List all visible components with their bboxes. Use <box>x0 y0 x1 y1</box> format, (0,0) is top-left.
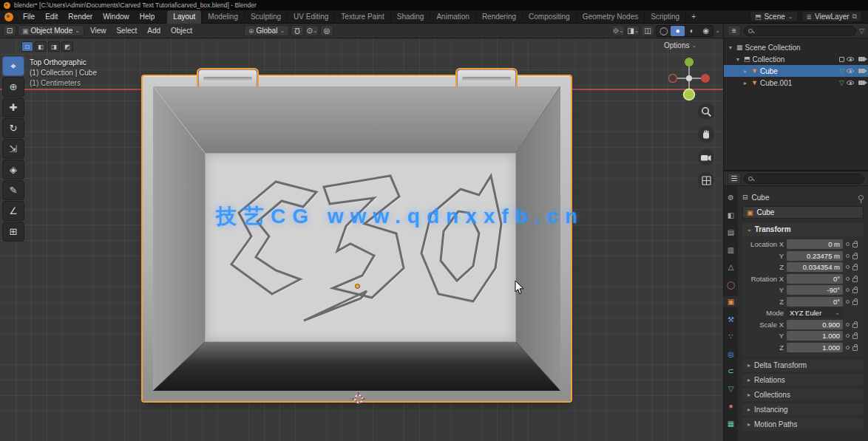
menu-edit[interactable]: Edit <box>40 11 63 22</box>
select-intersect-icon[interactable]: ◩ <box>61 41 73 52</box>
lock-icon[interactable] <box>852 324 858 328</box>
disable-in-renders-icon[interactable] <box>858 57 865 61</box>
tab-tool[interactable]: ⚙ <box>725 192 738 203</box>
pan-hand-icon[interactable] <box>698 126 714 143</box>
tab-physics[interactable]: ◎ <box>725 349 738 360</box>
blender-app-menu-icon[interactable] <box>4 13 13 21</box>
options-dropdown[interactable]: Options ⌄ <box>664 41 696 49</box>
lock-icon[interactable] <box>852 301 858 305</box>
transform-tool[interactable]: ◈ <box>2 160 24 180</box>
rotation-z-input[interactable]: 0° <box>787 297 843 307</box>
animate-dot-icon[interactable] <box>846 323 850 327</box>
proportional-editing-toggle[interactable]: ◎ <box>320 25 333 36</box>
hide-in-viewport-icon[interactable] <box>847 81 854 85</box>
rotation-mode-dropdown[interactable]: XYZ Euler ⌄ <box>787 308 843 318</box>
annotate-tool[interactable]: ✎ <box>2 180 24 200</box>
exclude-checkbox[interactable] <box>839 57 844 62</box>
animate-dot-icon[interactable] <box>846 288 850 292</box>
rotate-tool[interactable]: ↻ <box>2 118 24 138</box>
tab-scripting[interactable]: Scripting <box>645 10 686 24</box>
section-instancing[interactable]: ▸ Instancing <box>742 403 864 416</box>
disable-in-renders-icon[interactable] <box>858 81 865 85</box>
tab-animation[interactable]: Animation <box>430 10 475 24</box>
grid-toggle-icon[interactable] <box>698 172 714 188</box>
solid-shading-button[interactable]: ● <box>671 26 685 36</box>
tab-material[interactable]: ● <box>725 400 738 411</box>
section-relations[interactable]: ▸ Relations <box>742 374 864 386</box>
tab-modeling[interactable]: Modeling <box>202 10 245 24</box>
tab-render[interactable]: ◧ <box>725 210 738 221</box>
filter-icon[interactable]: ▽ <box>859 27 864 35</box>
hide-in-viewport-icon[interactable] <box>847 57 854 61</box>
section-collections[interactable]: ▸ Collections <box>742 389 864 401</box>
tab-sculpting[interactable]: Sculpting <box>245 10 288 24</box>
outliner-editor-type-button[interactable]: ≡ <box>728 25 741 36</box>
tab-scene[interactable]: △ <box>725 261 738 273</box>
transform-panel-header[interactable]: ⌄ Transform <box>742 223 864 236</box>
menu-window[interactable]: Window <box>98 11 135 22</box>
location-y-input[interactable]: 0.23475 m <box>787 251 843 261</box>
tab-rendering[interactable]: Rendering <box>476 10 523 24</box>
outliner-row-collection[interactable]: ▾ ⬒ Collection <box>724 53 868 65</box>
lock-icon[interactable] <box>852 289 858 293</box>
tab-view-layer[interactable]: ▥ <box>725 245 738 256</box>
animate-dot-icon[interactable] <box>846 300 850 304</box>
animate-dot-icon[interactable] <box>846 334 850 338</box>
location-z-input[interactable]: 0.034354 m <box>787 262 843 272</box>
tab-output[interactable]: ▤ <box>725 227 738 238</box>
lock-icon[interactable] <box>852 335 858 339</box>
tab-constraints[interactable]: ⊂ <box>725 366 738 377</box>
navigation-gizmo[interactable] <box>665 55 713 102</box>
tab-geometry-nodes[interactable]: Geometry Nodes <box>577 10 645 24</box>
section-motion-paths[interactable]: ▸ Motion Paths <box>742 418 864 431</box>
lock-icon[interactable] <box>852 346 858 351</box>
expand-arrow-icon[interactable]: ▾ <box>734 56 742 63</box>
carved-box-object[interactable] <box>143 76 571 401</box>
select-new-icon[interactable]: □ <box>21 41 33 52</box>
rotation-y-input[interactable]: -90° <box>787 285 843 295</box>
mode-dropdown[interactable]: ▣ Object Mode ⌄ <box>18 25 84 36</box>
lock-icon[interactable] <box>852 243 858 247</box>
measure-tool[interactable]: ∠ <box>2 201 24 221</box>
snap-magnet-toggle[interactable]: Ω <box>291 25 304 36</box>
tab-uv-editing[interactable]: UV Editing <box>288 10 335 24</box>
object-name-field[interactable]: ▣ Cube <box>742 206 864 219</box>
transform-orientation-dropdown[interactable]: ⊕ Global ⌄ <box>244 25 289 36</box>
animate-dot-icon[interactable] <box>846 277 850 281</box>
move-tool[interactable]: ✚ <box>2 98 24 117</box>
lock-icon[interactable] <box>852 266 858 270</box>
lock-icon[interactable] <box>852 278 858 282</box>
pin-icon[interactable] <box>858 195 864 200</box>
lock-icon[interactable] <box>852 255 858 259</box>
select-box-tool[interactable]: ⌖ <box>2 56 24 76</box>
animate-dot-icon[interactable] <box>846 346 850 349</box>
scale-z-input[interactable]: 1.000 <box>787 343 843 352</box>
tab-layout[interactable]: Layout <box>167 10 202 24</box>
select-extend-icon[interactable]: ◧ <box>35 41 47 52</box>
editor-type-button[interactable]: ⊡ <box>3 25 16 36</box>
tab-world[interactable]: ◯ <box>725 279 738 290</box>
3d-cursor[interactable] <box>352 392 365 406</box>
properties-search[interactable] <box>744 174 864 184</box>
expand-arrow-icon[interactable]: ▸ <box>742 80 749 86</box>
3d-viewport[interactable]: □ ◧ ◨ ◩ ⌖ ⊕ ✚ ↻ ⇲ ◈ ✎ ∠ ⊞ Top Orthograph… <box>0 38 723 441</box>
view-layer-selector[interactable]: ≣ ViewLayer ⧉ <box>801 11 863 22</box>
location-x-input[interactable]: 0 m <box>787 239 843 249</box>
expand-arrow-icon[interactable]: ▸ <box>742 68 749 75</box>
tab-shading[interactable]: Shading <box>391 10 431 24</box>
select-subtract-icon[interactable]: ◨ <box>48 41 60 52</box>
tab-particles[interactable]: ∵ <box>725 331 738 342</box>
menu-view[interactable]: View <box>86 25 111 36</box>
gizmos-dropdown[interactable]: ⟐⌄ <box>611 25 625 36</box>
properties-editor-type-button[interactable]: ☰ <box>728 173 741 184</box>
add-cube-tool[interactable]: ⊞ <box>2 222 24 242</box>
tab-modifiers[interactable]: ⚒ <box>725 314 738 325</box>
zoom-icon[interactable] <box>698 103 714 120</box>
menu-file[interactable]: File <box>18 11 40 22</box>
cursor-tool[interactable]: ⊕ <box>2 77 24 97</box>
material-preview-button[interactable]: ◐ <box>685 26 699 36</box>
overlays-dropdown[interactable]: ◨⌄ <box>626 25 640 36</box>
outliner-row-scene-collection[interactable]: ▾ ▦ Scene Collection <box>724 41 868 53</box>
disable-in-renders-icon[interactable] <box>858 69 865 73</box>
hide-in-viewport-icon[interactable] <box>847 69 854 73</box>
